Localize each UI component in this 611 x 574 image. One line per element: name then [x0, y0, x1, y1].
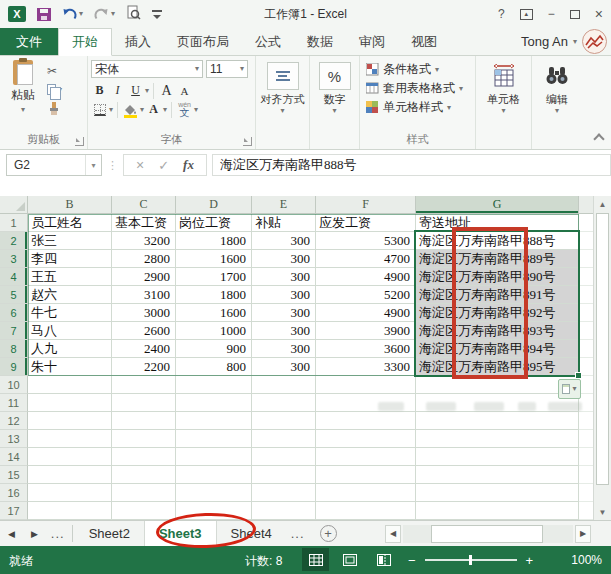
- row-header-17[interactable]: 17: [0, 502, 28, 520]
- underline-button[interactable]: U: [127, 82, 144, 100]
- fill-color-button[interactable]: [122, 101, 139, 119]
- customize-qat-icon[interactable]: [152, 10, 162, 18]
- row-header-14[interactable]: 14: [0, 448, 28, 466]
- formula-bar-splitter[interactable]: ⋮: [107, 159, 118, 172]
- new-sheet-button[interactable]: +: [320, 525, 337, 542]
- clipboard-dialog-launcher[interactable]: [75, 137, 84, 146]
- cell-D6[interactable]: 1600: [176, 304, 252, 322]
- cell-B10[interactable]: [28, 376, 112, 394]
- empty-cells[interactable]: [579, 484, 593, 502]
- empty-cells[interactable]: [579, 232, 593, 250]
- tab-data[interactable]: 数据: [294, 28, 346, 55]
- empty-cells[interactable]: [579, 502, 593, 520]
- cell-D1[interactable]: 岗位工资: [176, 214, 252, 232]
- number-format-button[interactable]: %: [319, 62, 351, 90]
- cell-B11[interactable]: [28, 394, 112, 412]
- font-name-select[interactable]: 宋体▾: [91, 60, 203, 78]
- select-all-corner[interactable]: [0, 196, 28, 214]
- font-color-button[interactable]: A: [145, 101, 162, 119]
- italic-button[interactable]: I: [109, 82, 126, 100]
- hidden-sheets-left[interactable]: ...: [51, 526, 65, 541]
- empty-cells[interactable]: [579, 412, 593, 430]
- cell-G4[interactable]: 海淀区万寿南路甲890号: [416, 268, 579, 286]
- cell-D16[interactable]: [176, 484, 252, 502]
- account-area[interactable]: Tong An ▾: [521, 28, 611, 55]
- cell-D2[interactable]: 1800: [176, 232, 252, 250]
- underline-dropdown[interactable]: ▾: [145, 87, 149, 95]
- cell-D11[interactable]: [176, 394, 252, 412]
- cell-G9[interactable]: 海淀区万寿南路甲895号: [416, 358, 579, 376]
- cell-C11[interactable]: [112, 394, 176, 412]
- cell-B4[interactable]: 王五: [28, 268, 112, 286]
- cell-G12[interactable]: [416, 412, 579, 430]
- cancel-icon[interactable]: ×: [136, 157, 144, 173]
- cell-B5[interactable]: 赵六: [28, 286, 112, 304]
- horizontal-scroll-thumb[interactable]: [431, 525, 543, 543]
- cell-B6[interactable]: 牛七: [28, 304, 112, 322]
- close-button[interactable]: ×: [595, 6, 603, 22]
- horizontal-scrollbar[interactable]: ◀ ▶: [385, 521, 591, 546]
- row-header-11[interactable]: 11: [0, 394, 28, 412]
- cell-C2[interactable]: 3200: [112, 232, 176, 250]
- conditional-formatting-button[interactable]: 条件格式 ▾: [366, 60, 472, 79]
- cell-B9[interactable]: 朱十: [28, 358, 112, 376]
- empty-cells[interactable]: [579, 430, 593, 448]
- collapse-ribbon-icon[interactable]: [593, 133, 604, 144]
- avatar[interactable]: [582, 29, 607, 54]
- empty-cells[interactable]: [579, 340, 593, 358]
- cell-F2[interactable]: 5300: [316, 232, 416, 250]
- cell-C7[interactable]: 2600: [112, 322, 176, 340]
- cell-C4[interactable]: 2900: [112, 268, 176, 286]
- zoom-in-button[interactable]: +: [526, 554, 534, 567]
- page-layout-view-button[interactable]: [336, 548, 363, 571]
- cell-E6[interactable]: 300: [252, 304, 316, 322]
- cell-F16[interactable]: [316, 484, 416, 502]
- row-header-1[interactable]: 1: [0, 214, 28, 232]
- cell-C14[interactable]: [112, 448, 176, 466]
- bold-button[interactable]: B: [91, 82, 108, 100]
- phonetic-guide-button[interactable]: wén文: [176, 101, 193, 119]
- cell-C10[interactable]: [112, 376, 176, 394]
- print-preview-button[interactable]: [126, 5, 141, 23]
- cell-C6[interactable]: 3000: [112, 304, 176, 322]
- cell-D15[interactable]: [176, 466, 252, 484]
- tab-file[interactable]: 文件: [0, 28, 58, 55]
- prev-sheet-icon[interactable]: ◀: [0, 521, 23, 546]
- cell-B12[interactable]: [28, 412, 112, 430]
- cell-G10[interactable]: [416, 376, 579, 394]
- row-header-13[interactable]: 13: [0, 430, 28, 448]
- cell-E4[interactable]: 300: [252, 268, 316, 286]
- cell-E8[interactable]: 300: [252, 340, 316, 358]
- cell-G8[interactable]: 海淀区万寿南路甲894号: [416, 340, 579, 358]
- cell-B16[interactable]: [28, 484, 112, 502]
- cell-G7[interactable]: 海淀区万寿南路甲893号: [416, 322, 579, 340]
- cell-D9[interactable]: 800: [176, 358, 252, 376]
- ribbon-display-options-icon[interactable]: ▴: [520, 9, 533, 20]
- cell-F5[interactable]: 5200: [316, 286, 416, 304]
- empty-cells[interactable]: [579, 268, 593, 286]
- undo-button[interactable]: ▾: [62, 8, 83, 21]
- tab-insert[interactable]: 插入: [112, 28, 164, 55]
- tab-formulas[interactable]: 公式: [242, 28, 294, 55]
- next-sheet-icon[interactable]: ▶: [23, 521, 46, 546]
- page-break-view-button[interactable]: [370, 548, 397, 571]
- row-header-6[interactable]: 6: [0, 304, 28, 322]
- vertical-scroll-thumb[interactable]: [596, 213, 609, 485]
- cell-C1[interactable]: 基本工资: [112, 214, 176, 232]
- cell-G6[interactable]: 海淀区万寿南路甲892号: [416, 304, 579, 322]
- autofill-options-button[interactable]: ▾: [558, 379, 581, 399]
- row-header-2[interactable]: 2: [0, 232, 28, 250]
- cell-F10[interactable]: [316, 376, 416, 394]
- borders-button[interactable]: [91, 101, 108, 119]
- cut-button[interactable]: ✂: [47, 62, 62, 79]
- name-box[interactable]: G2 ▾: [6, 154, 102, 176]
- cell-D8[interactable]: 900: [176, 340, 252, 358]
- cell-E15[interactable]: [252, 466, 316, 484]
- column-header-B[interactable]: B: [28, 196, 112, 214]
- cell-D14[interactable]: [176, 448, 252, 466]
- cell-E5[interactable]: 300: [252, 286, 316, 304]
- cell-G15[interactable]: [416, 466, 579, 484]
- name-box-dropdown[interactable]: ▾: [85, 155, 101, 175]
- scroll-right-icon[interactable]: ▶: [575, 525, 591, 543]
- tab-review[interactable]: 审阅: [346, 28, 398, 55]
